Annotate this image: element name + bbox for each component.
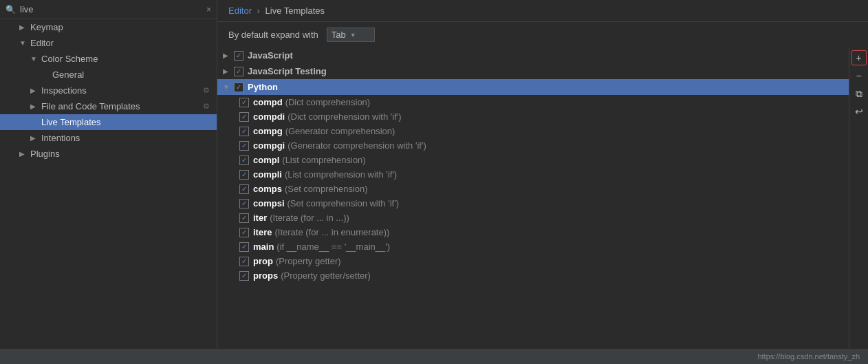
sidebar-intentions-label: Intentions bbox=[41, 133, 80, 143]
compli-checkbox[interactable] bbox=[239, 170, 249, 180]
compsi-checkbox[interactable] bbox=[239, 199, 249, 208]
breadcrumb: Editor › Live Templates bbox=[217, 0, 868, 22]
expand-select-value: Tab bbox=[332, 30, 346, 40]
copy-template-button[interactable]: ⧉ bbox=[851, 86, 867, 101]
compgi-desc: (Generator comprehension with 'if') bbox=[287, 140, 426, 151]
javascript-group-name: JavaScript bbox=[248, 50, 293, 61]
sidebar-item-color-scheme[interactable]: ▼ Color Scheme bbox=[0, 51, 217, 67]
color-scheme-arrow-icon: ▼ bbox=[30, 55, 40, 63]
sidebar: 🔍 × ▶ Keymap ▼ Editor ▼ Color Scheme Gen… bbox=[0, 0, 217, 349]
item-compd[interactable]: compd (Dict comprehension) bbox=[217, 95, 849, 109]
compsi-abbr: compsi bbox=[253, 198, 285, 208]
sidebar-item-plugins[interactable]: ▶ Plugins bbox=[0, 146, 217, 162]
expand-select-arrow-icon: ▼ bbox=[350, 32, 356, 39]
item-iter[interactable]: iter (Iterate (for ... in ...)) bbox=[217, 211, 849, 225]
templates-area: ▶ JavaScript ▶ JavaScript Testing ▼ Pyth… bbox=[217, 47, 868, 349]
compli-desc: (List comprehension with 'if') bbox=[285, 169, 397, 180]
compdi-checkbox[interactable] bbox=[239, 112, 249, 122]
item-itere[interactable]: itere (Iterate (for ... in enumerate)) bbox=[217, 225, 849, 239]
file-templates-settings-icon: ⚙ bbox=[203, 102, 210, 111]
sidebar-file-templates-label: File and Code Templates bbox=[41, 101, 140, 111]
templates-list: ▶ JavaScript ▶ JavaScript Testing ▼ Pyth… bbox=[217, 47, 849, 349]
sidebar-live-templates-label: Live Templates bbox=[41, 117, 100, 127]
props-abbr: props bbox=[253, 270, 278, 281]
sidebar-item-inspections[interactable]: ▶ Inspections ⚙ bbox=[0, 83, 217, 98]
itere-desc: (Iterate (for ... in enumerate)) bbox=[274, 227, 389, 237]
group-javascript[interactable]: ▶ JavaScript bbox=[217, 47, 849, 63]
prop-desc: (Property getter) bbox=[276, 256, 341, 266]
compsi-desc: (Set comprehension with 'if') bbox=[287, 198, 399, 208]
sidebar-plugins-label: Plugins bbox=[30, 149, 60, 159]
sidebar-general-label: General bbox=[52, 69, 84, 80]
sidebar-item-live-templates[interactable]: Live Templates bbox=[0, 114, 217, 130]
iter-abbr: iter bbox=[253, 213, 267, 223]
iter-desc: (Iterate (for ... in ...)) bbox=[270, 213, 349, 223]
sidebar-item-editor[interactable]: ▼ Editor bbox=[0, 35, 217, 51]
general-arrow-icon bbox=[41, 71, 51, 78]
add-template-button[interactable]: + bbox=[851, 50, 867, 65]
compg-checkbox[interactable] bbox=[239, 127, 249, 136]
compl-desc: (List comprehension) bbox=[282, 155, 365, 165]
group-javascript-testing[interactable]: ▶ JavaScript Testing bbox=[217, 63, 849, 79]
remove-template-button[interactable]: − bbox=[851, 68, 867, 83]
sidebar-item-general[interactable]: General bbox=[0, 67, 217, 83]
item-compgi[interactable]: compgi (Generator comprehension with 'if… bbox=[217, 138, 849, 153]
prop-checkbox[interactable] bbox=[239, 257, 249, 266]
python-expand-icon: ▼ bbox=[223, 83, 234, 91]
sidebar-editor-label: Editor bbox=[30, 38, 54, 48]
itere-checkbox[interactable] bbox=[239, 228, 249, 237]
python-group-name: Python bbox=[248, 82, 278, 92]
search-icon: 🔍 bbox=[6, 5, 16, 14]
compli-abbr: compli bbox=[253, 169, 282, 180]
prop-abbr: prop bbox=[253, 256, 273, 266]
item-compdi[interactable]: compdi (Dict comprehension with 'if') bbox=[217, 109, 849, 124]
sidebar-item-file-and-code-templates[interactable]: ▶ File and Code Templates ⚙ bbox=[0, 98, 217, 114]
compl-checkbox[interactable] bbox=[239, 156, 249, 165]
props-checkbox[interactable] bbox=[239, 271, 249, 281]
item-compl[interactable]: compl (List comprehension) bbox=[217, 153, 849, 167]
search-bar: 🔍 × bbox=[0, 0, 217, 19]
sidebar-item-keymap[interactable]: ▶ Keymap bbox=[0, 19, 217, 35]
python-checkbox[interactable] bbox=[234, 83, 243, 92]
item-compg[interactable]: compg (Generator comprehension) bbox=[217, 124, 849, 138]
iter-checkbox[interactable] bbox=[239, 213, 249, 223]
inspections-arrow-icon: ▶ bbox=[30, 87, 40, 94]
breadcrumb-editor[interactable]: Editor bbox=[228, 6, 252, 16]
compdi-abbr: compdi bbox=[253, 111, 285, 122]
javascript-expand-icon: ▶ bbox=[223, 52, 234, 59]
group-python[interactable]: ▼ Python bbox=[217, 79, 849, 95]
expand-select[interactable]: Tab ▼ bbox=[327, 28, 375, 42]
sidebar-inspections-label: Inspections bbox=[41, 85, 87, 96]
expand-row: By default expand with Tab ▼ bbox=[217, 22, 868, 47]
javascript-testing-checkbox[interactable] bbox=[234, 67, 243, 76]
search-clear-icon[interactable]: × bbox=[206, 5, 211, 14]
search-input[interactable] bbox=[20, 4, 206, 14]
editor-arrow-icon: ▼ bbox=[19, 39, 29, 47]
javascript-checkbox[interactable] bbox=[234, 51, 243, 61]
item-comps[interactable]: comps (Set comprehension) bbox=[217, 182, 849, 196]
comps-checkbox[interactable] bbox=[239, 184, 249, 194]
status-bar: https://blog.csdn.net/tansty_zh bbox=[0, 349, 868, 364]
sidebar-color-scheme-label: Color Scheme bbox=[41, 54, 98, 64]
compl-abbr: compl bbox=[253, 155, 279, 165]
item-props[interactable]: props (Property getter/setter) bbox=[217, 268, 849, 283]
main-abbr: main bbox=[253, 242, 274, 252]
sidebar-item-intentions[interactable]: ▶ Intentions bbox=[0, 130, 217, 146]
item-prop[interactable]: prop (Property getter) bbox=[217, 254, 849, 268]
comps-desc: (Set comprehension) bbox=[285, 184, 368, 194]
revert-template-button[interactable]: ↩ bbox=[851, 104, 867, 119]
sidebar-keymap-label: Keymap bbox=[30, 22, 63, 32]
main-checkbox[interactable] bbox=[239, 242, 249, 252]
status-url: https://blog.csdn.net/tansty_zh bbox=[757, 352, 860, 361]
item-main[interactable]: main (if __name__ == '__main__') bbox=[217, 239, 849, 254]
main-desc: (if __name__ == '__main__') bbox=[276, 242, 390, 252]
compdi-desc: (Dict comprehension with 'if') bbox=[287, 111, 401, 122]
content-area: Editor › Live Templates By default expan… bbox=[217, 0, 868, 349]
item-compli[interactable]: compli (List comprehension with 'if') bbox=[217, 167, 849, 182]
itere-abbr: itere bbox=[253, 227, 272, 237]
compd-checkbox[interactable] bbox=[239, 98, 249, 107]
item-compsi[interactable]: compsi (Set comprehension with 'if') bbox=[217, 196, 849, 211]
compgi-checkbox[interactable] bbox=[239, 141, 249, 151]
compgi-abbr: compgi bbox=[253, 140, 285, 151]
compg-desc: (Generator comprehension) bbox=[285, 126, 395, 136]
